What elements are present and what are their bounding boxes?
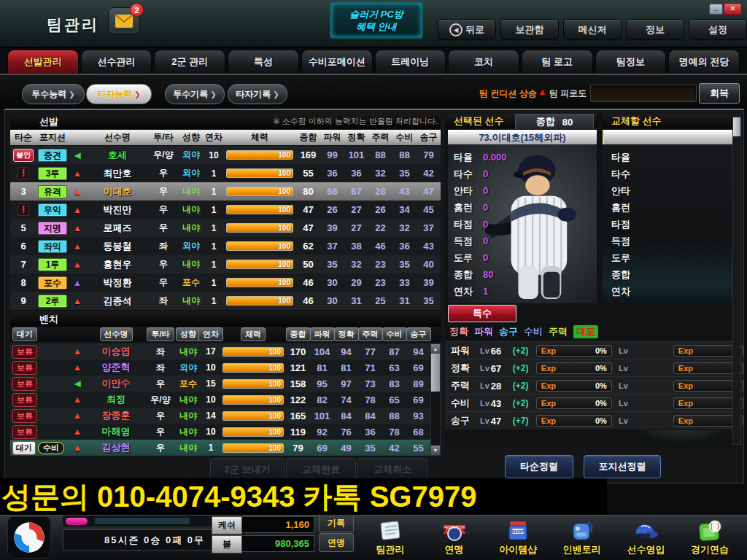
bench-row[interactable]: 대기수비▲김상현우내야1100796949354255	[10, 440, 430, 456]
stat-label: 연차	[454, 285, 483, 298]
nav-button-4[interactable]: 설정	[689, 19, 747, 40]
tab-6[interactable]: 코치	[448, 50, 519, 74]
lv-bonus: (+2)	[513, 398, 536, 408]
starter-row[interactable]: !3루▲최만호우외야1100553636323542	[10, 164, 441, 183]
bench-row[interactable]: 보류▲양준혁좌외야101001218181716369	[10, 359, 430, 376]
starter-row[interactable]: 5지명▲로페즈우내야1100473927223237	[10, 219, 441, 238]
bench-sort-button[interactable]: 성향	[176, 327, 201, 341]
bench-row[interactable]: 보류▲이승엽좌내야1710017010494778794	[10, 343, 430, 360]
status-badge: 대기	[12, 441, 36, 455]
menu-item-practice[interactable]: 경기연습	[680, 516, 740, 559]
nav-button-0[interactable]: ◀뒤로	[438, 19, 496, 40]
tab-2[interactable]: 2군 관리	[154, 50, 225, 74]
menu-item-team-manage[interactable]: 팀관리	[360, 516, 420, 559]
menu-item-inventory[interactable]: 인벤토리	[552, 516, 612, 559]
subtab-3[interactable]: 타자기록❯	[228, 84, 287, 104]
scroll-thumb[interactable]	[431, 354, 440, 392]
stat-value: 31	[392, 295, 417, 306]
tab-7[interactable]: 팀 로고	[522, 50, 593, 74]
bench-sort-button[interactable]: 선수명	[100, 327, 133, 341]
hud-tab-federation[interactable]: 연맹	[319, 533, 354, 552]
subtab-2[interactable]: 투수기록❯	[165, 84, 225, 104]
close-button[interactable]: ✕	[724, 3, 742, 15]
tab-4[interactable]: 수비포메이션	[301, 50, 373, 74]
bench-row[interactable]: 보류◀이만수우포수151001589597738389	[10, 376, 430, 392]
tab-0[interactable]: 선발관리	[7, 50, 79, 74]
starter-row[interactable]: 71루▲홍현우우내야1100503532233540	[10, 255, 441, 274]
stat-value: 88	[392, 149, 417, 160]
menu-item-recruit[interactable]: 선수영입	[616, 516, 676, 559]
trend-cell: ▲	[69, 241, 86, 252]
bench-sort-button[interactable]: 투/타	[147, 327, 174, 341]
bench-sort-button[interactable]: 정확	[334, 327, 359, 341]
bench-row[interactable]: 보류▲최정우/양내야101001228274786569	[10, 392, 430, 408]
tab-3[interactable]: 특성	[228, 50, 299, 74]
nav-button-2[interactable]: 메신저	[563, 19, 622, 40]
stat-value: 0	[483, 202, 488, 213]
bench-sort-button[interactable]: 체력	[241, 327, 266, 341]
starter-row[interactable]: 3유격▲이대호우내야1100806667284347	[10, 182, 441, 201]
minimize-button[interactable]: _	[709, 4, 723, 15]
lv-bonus: (+2)	[513, 346, 536, 356]
stamina-bar: 100	[222, 347, 284, 357]
bench-scrollbar[interactable]: ▲ ▼	[430, 343, 441, 456]
tab-5[interactable]: 트레이닝	[375, 50, 446, 74]
years-cell: 1	[204, 260, 223, 270]
bench-sort-button[interactable]: 송구	[406, 327, 431, 341]
aptitude-cell: 외야	[178, 149, 204, 161]
up-arrow-icon: ▲	[73, 346, 82, 357]
pcbang-banner-button[interactable]: 슬러거 PC방 혜택 안내	[330, 1, 423, 39]
position-badge: 포수	[38, 276, 67, 289]
stamina-cell: 100	[223, 205, 296, 214]
compare-scroll-thumb[interactable]	[733, 117, 740, 136]
scroll-down-button[interactable]: ▼	[431, 446, 440, 455]
stat-label: 득점	[454, 235, 483, 248]
exp-percent: 0%	[595, 346, 607, 355]
subtab-0[interactable]: 투수능력❯	[22, 84, 85, 104]
ability-tag: 대포	[573, 325, 598, 338]
stamina-bar: 100	[226, 296, 293, 306]
scroll-up-button[interactable]: ▲	[431, 344, 440, 354]
menu-item-federation[interactable]: FEDERATION연맹	[425, 516, 484, 559]
subtab-1[interactable]: 타자능력❯	[86, 84, 152, 104]
bench-row[interactable]: 보류▲장종훈우내야1410016510184848893	[10, 408, 430, 424]
bench-sort-button[interactable]: 연차	[198, 327, 223, 341]
sort-position-button[interactable]: 포지선정렬	[584, 455, 661, 478]
bench-row[interactable]: 보류▲마해영우내야101001199276367868	[10, 424, 430, 440]
stat-row: 연차	[611, 283, 640, 300]
hud-tab-record[interactable]: 기록	[319, 513, 354, 532]
exp-label: Exp	[541, 399, 556, 408]
bench-sort-button[interactable]: 종합	[286, 327, 311, 341]
order-number: 3	[20, 186, 26, 197]
tab-1[interactable]: 선수관리	[81, 50, 152, 74]
recover-button[interactable]: 회복	[699, 83, 740, 104]
nav-button-1[interactable]: 보관함	[500, 19, 559, 40]
starter-row[interactable]: 봉인중견◀호세우/양외야1010016999101888879	[10, 146, 441, 165]
sort-order-button[interactable]: 타순정렬	[505, 455, 573, 478]
bench-sort-button[interactable]: 대기	[12, 327, 37, 341]
stamina-bar: 100	[222, 427, 284, 437]
bench-header-cell: 정확	[334, 327, 358, 341]
bench-sort-button[interactable]: 수비	[382, 327, 407, 341]
tab-9[interactable]: 명예의 전당	[668, 50, 740, 74]
special-button[interactable]: 특수	[448, 305, 516, 322]
trend-cell: ▲	[69, 443, 86, 453]
nav-button-3[interactable]: 정보	[626, 19, 684, 40]
stat-value: 46	[296, 277, 320, 288]
status-cell: 보류	[10, 425, 69, 439]
starter-row[interactable]: 6좌익▲동봉철좌외야1100623738463643	[10, 237, 441, 256]
tab-8[interactable]: 팀정보	[595, 50, 667, 74]
starter-row[interactable]: 8포수▲박정환우포수1100463029233339	[10, 273, 441, 292]
years-cell: 1	[204, 205, 223, 215]
menu-item-item-shop[interactable]: SHOP아이템샵	[488, 516, 548, 559]
years-cell: 14	[201, 411, 220, 421]
stat-value: 49	[334, 443, 358, 454]
stat-row: 종합80	[454, 266, 507, 283]
alert-icon: !	[18, 203, 30, 216]
compare-scrollbar[interactable]	[732, 117, 741, 445]
starter-row[interactable]: !우익▲박진만우내야1100472627263445	[10, 201, 441, 219]
stat-value: 83	[382, 378, 406, 389]
bench-sort-button[interactable]: 주력	[358, 327, 383, 341]
starter-row[interactable]: 92루▲김종석좌내야1100463031253135	[10, 292, 441, 311]
bench-sort-button[interactable]: 파워	[310, 327, 335, 341]
